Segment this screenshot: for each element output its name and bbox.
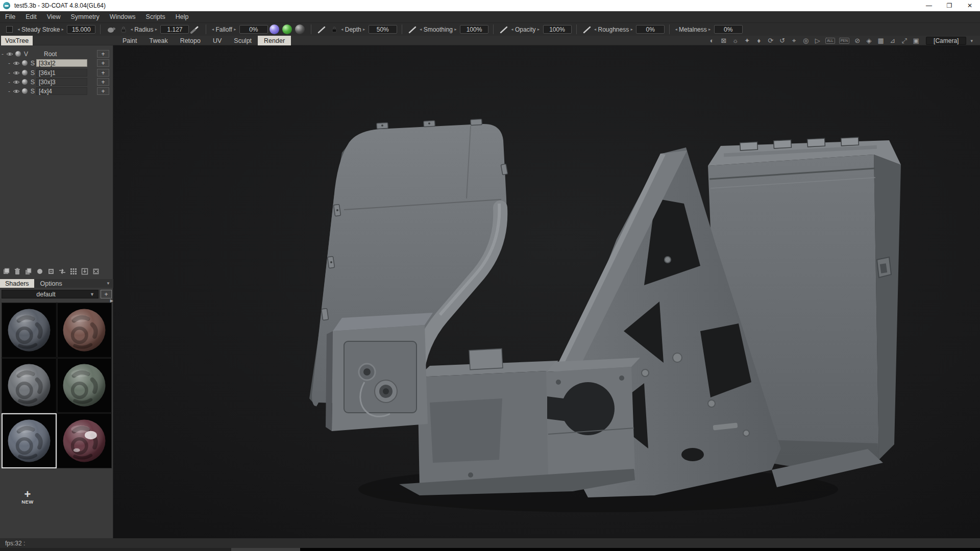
opacity-value[interactable]: 100%: [543, 25, 572, 34]
grid-icon[interactable]: ▦: [875, 36, 887, 45]
falloff-sphere-gray-icon[interactable]: [295, 24, 305, 34]
voxtree-row[interactable]: - S [4x]4 +: [0, 87, 113, 95]
shader-select[interactable]: default ▼: [2, 290, 99, 298]
menu-view[interactable]: View: [42, 11, 66, 22]
opacity-curve-icon[interactable]: [500, 25, 509, 34]
falloff-label[interactable]: Falloff: [211, 26, 236, 33]
tab-voxtree[interactable]: VoxTree: [1, 36, 33, 45]
roughness-label[interactable]: Roughness: [594, 26, 634, 33]
camera-dropdown[interactable]: [Camera]: [926, 37, 966, 45]
resample-icon[interactable]: [69, 268, 77, 276]
depth-lock-icon[interactable]: [330, 25, 339, 34]
smoothing-curve-icon[interactable]: [408, 25, 418, 34]
roughness-curve-icon[interactable]: [583, 25, 592, 34]
layer-name[interactable]: [36x]1: [36, 69, 87, 77]
eye-icon[interactable]: [12, 79, 20, 85]
sphere-icon[interactable]: [36, 268, 43, 276]
collapse-toggle[interactable]: -: [7, 69, 12, 77]
menu-edit[interactable]: Edit: [20, 11, 42, 22]
add-shader-button[interactable]: +: [101, 290, 112, 298]
add-layer-button[interactable]: +: [97, 50, 109, 58]
filter-chevron-icon[interactable]: ▼: [106, 281, 110, 286]
menu-windows[interactable]: Windows: [105, 11, 141, 22]
tab-options[interactable]: Options: [34, 279, 68, 288]
layer-name[interactable]: [30x]3: [36, 78, 87, 86]
voxtree-row[interactable]: - S [33x]2 +: [0, 59, 113, 67]
viewport-canvas[interactable]: [113, 45, 980, 538]
zoom-icon[interactable]: ◎: [800, 36, 812, 45]
import-icon[interactable]: [81, 268, 88, 276]
rotate-axis-icon[interactable]: ⟳: [765, 36, 776, 45]
light-icon[interactable]: ☼: [729, 36, 741, 45]
depth-curve-icon[interactable]: [317, 25, 327, 34]
select-all-icon[interactable]: ALL: [825, 38, 835, 44]
eye-icon[interactable]: [12, 60, 20, 66]
menu-scripts[interactable]: Scripts: [141, 11, 170, 22]
close-button[interactable]: ✕: [960, 0, 980, 11]
fit-view-icon[interactable]: ⤢: [898, 36, 910, 45]
shader-thumbnail[interactable]: [57, 358, 112, 413]
tab-shaders[interactable]: Shaders: [0, 279, 34, 288]
shader-ball-icon[interactable]: [21, 79, 29, 85]
metalness-value[interactable]: 0%: [714, 25, 743, 34]
metalness-label[interactable]: Metalness: [674, 26, 712, 33]
shader-thumbnail[interactable]: [2, 358, 57, 413]
swap-icon[interactable]: [58, 268, 66, 276]
layer-name[interactable]: Root: [42, 50, 93, 58]
shader-thumbnail[interactable]: [57, 413, 112, 468]
minimize-button[interactable]: —: [919, 0, 939, 11]
light-move-icon[interactable]: ✦: [741, 36, 753, 45]
collapse-toggle[interactable]: -: [7, 60, 12, 67]
shader-ball-icon[interactable]: [14, 51, 22, 57]
steady-stroke-value[interactable]: 15.000: [67, 25, 95, 34]
eye-icon[interactable]: [12, 70, 20, 76]
droplet-icon[interactable]: ♦: [753, 36, 765, 45]
collapse-toggle[interactable]: -: [0, 51, 5, 58]
tab-render[interactable]: Render: [258, 36, 291, 45]
tab-uv[interactable]: UV: [207, 36, 228, 45]
menu-symmetry[interactable]: Symmetry: [66, 11, 105, 22]
add-layer-button[interactable]: +: [97, 69, 109, 77]
pan-icon[interactable]: ⌖: [788, 36, 800, 45]
depth-label[interactable]: Depth: [340, 26, 366, 33]
menu-help[interactable]: Help: [170, 11, 194, 22]
tab-paint[interactable]: Paint: [116, 36, 143, 45]
add-layer-button[interactable]: +: [97, 78, 109, 86]
radius-value[interactable]: 1.127: [160, 25, 189, 34]
layer-name[interactable]: [4x]4: [36, 87, 87, 95]
smoothing-label[interactable]: Smoothing: [419, 26, 457, 33]
eye-icon[interactable]: [12, 88, 20, 94]
tab-tweak[interactable]: Tweak: [143, 36, 174, 45]
shader-ball-icon[interactable]: [21, 70, 29, 76]
falloff-value[interactable]: 0%: [239, 25, 268, 34]
duplicate-icon[interactable]: [24, 268, 32, 276]
smoothing-value[interactable]: 100%: [460, 25, 488, 34]
voxtree-row-root[interactable]: - V Root +: [0, 49, 113, 58]
falloff-sphere-green-icon[interactable]: [282, 24, 292, 34]
collapse-toggle[interactable]: -: [7, 79, 12, 86]
merge-icon[interactable]: [2, 268, 10, 276]
brush-icon[interactable]: [107, 25, 116, 34]
contrast-icon[interactable]: ◐: [706, 36, 718, 45]
voxtree-row[interactable]: - S [36x]1 +: [0, 68, 113, 77]
shader-ball-icon[interactable]: [21, 60, 29, 66]
rotate-view-icon[interactable]: ↺: [776, 36, 788, 45]
radius-lock-icon[interactable]: [119, 25, 128, 34]
select-pen-icon[interactable]: PEN: [839, 38, 849, 44]
layer-name-edit[interactable]: [33x]2: [36, 59, 87, 67]
opacity-label[interactable]: Opacity: [510, 26, 541, 33]
eye-icon[interactable]: [6, 51, 13, 57]
clear-icon[interactable]: [92, 268, 100, 276]
axis-icon[interactable]: ⊿: [887, 36, 898, 45]
chevron-down-icon[interactable]: ▾: [968, 38, 975, 43]
add-layer-button[interactable]: +: [97, 87, 109, 95]
tab-sculpt[interactable]: Sculpt: [228, 36, 258, 45]
tab-retopo[interactable]: Retopo: [174, 36, 207, 45]
background-icon[interactable]: ⊠: [718, 36, 729, 45]
new-shader-button[interactable]: + NEW: [15, 486, 40, 508]
gem-icon[interactable]: ◈: [863, 36, 875, 45]
shader-thumbnail-selected[interactable]: [2, 413, 57, 468]
falloff-sphere-purple-icon[interactable]: [270, 24, 279, 34]
delete-icon[interactable]: [13, 268, 21, 276]
collapse-toggle[interactable]: -: [7, 88, 12, 95]
